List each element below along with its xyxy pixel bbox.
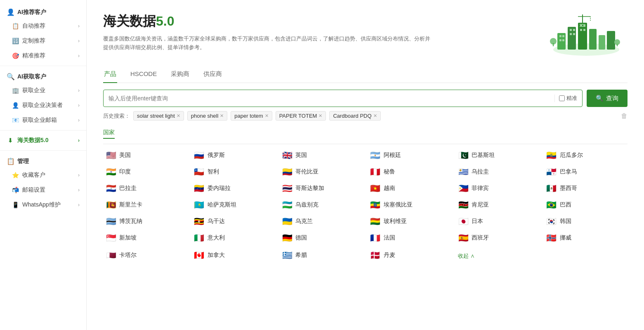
country-item-ke[interactable]: 🇰🇪肯尼亚 [455,199,540,210]
flag-it: 🇮🇹 [194,234,205,242]
country-name-ph: 菲律宾 [472,185,489,192]
flag-de: 🇩🇪 [282,234,293,242]
sidebar-item-email-settings[interactable]: 📬 邮箱设置 › [0,183,86,197]
country-item-us[interactable]: 🇺🇸美国 [103,150,187,161]
close-tag-2[interactable]: ✕ [220,113,224,119]
sidebar-item-customs-data[interactable]: ⬇ 海关数据5.0 › [0,133,86,148]
country-item-bw[interactable]: 🇧🇼博茨瓦纳 [103,216,187,227]
country-name-kr: 韩国 [560,218,571,225]
header-text: 海关数据 5.0 覆盖多国数亿级海关资讯，涵盖数千万家全球采购商，数千万家供应商… [103,12,433,52]
country-item-kz[interactable]: 🇰🇿哈萨克斯坦 [191,199,276,210]
sidebar-item-custom-recommend[interactable]: 🔢 定制推荐 › [0,33,86,48]
flag-ec: 🇪🇨 [546,152,557,159]
country-item-kr[interactable]: 🇰🇷韩国 [544,216,628,227]
history-tag-2[interactable]: phone shell ✕ [187,111,228,121]
chevron-right-icon: › [78,38,80,44]
collapse-button[interactable]: 收起 ∧ [455,251,540,261]
country-item-pa[interactable]: 🇵🇦巴拿马 [544,166,628,177]
country-item-py[interactable]: 🇵🇾巴拉圭 [103,183,187,194]
country-item-no[interactable]: 🇳🇴挪威 [544,233,628,243]
precise-checkbox[interactable] [559,95,565,101]
search-input[interactable] [109,95,554,102]
chevron-right-icon: › [78,172,80,178]
sidebar-item-save-customer[interactable]: ⭐ 收藏客户 › [0,168,86,183]
country-item-ua[interactable]: 🇺🇦乌克兰 [279,216,363,227]
country-item-ca[interactable]: 🇨🇦加拿大 [191,249,276,261]
flag-co: 🇨🇴 [282,168,293,176]
country-item-gr[interactable]: 🇬🇷希腊 [279,249,363,261]
search-tabs: 产品 HSCODE 采购商 供应商 [103,68,627,83]
country-item-co[interactable]: 🇨🇴哥伦比亚 [279,166,363,177]
svg-rect-25 [553,43,554,46]
whatsapp-icon: 📱 [12,201,19,209]
person-card-icon: 👤 [12,102,19,109]
country-item-cl[interactable]: 🇨🇱智利 [191,166,276,177]
sidebar-item-auto-recommend[interactable]: 📋 自动推荐 › [0,19,86,33]
country-item-sg[interactable]: 🇸🇬新加坡 [103,233,187,243]
country-item-br[interactable]: 🇧🇷巴西 [544,199,628,210]
country-item-fr[interactable]: 🇫🇷法国 [368,233,452,243]
country-item-th[interactable]: 🇹🇭哥斯达黎加 [279,183,363,194]
country-name-br: 巴西 [560,201,571,209]
country-item-bo[interactable]: 🇧🇴玻利维亚 [368,216,452,227]
history-tag-4[interactable]: PAPER TOTEM ✕ [276,111,326,121]
country-name-de: 德国 [295,234,307,242]
precise-checkbox-wrapper: 精准 [554,95,577,102]
history-tag-5[interactable]: Cardboard PDQ ✕ [329,111,380,121]
sidebar-item-whatsapp[interactable]: 📱 WhatsApp维护 › [0,197,86,212]
tab-supplier[interactable]: 供应商 [203,68,223,83]
history-tag-3[interactable]: paper totem ✕ [231,111,272,121]
country-item-ve[interactable]: 🇻🇪委内瑞拉 [191,183,276,194]
flag-vn: 🇻🇳 [370,185,381,192]
country-item-pe[interactable]: 🇵🇪秘鲁 [368,166,452,177]
country-item-mx[interactable]: 🇲🇽墨西哥 [544,183,628,194]
country-name-pk: 巴基斯坦 [472,152,495,159]
close-tag-3[interactable]: ✕ [265,113,269,119]
tab-buyer[interactable]: 采购商 [170,68,190,83]
sidebar-item-get-decision[interactable]: 👤 获取企业决策者 › [0,98,86,113]
country-item-lk[interactable]: 🇱🇰斯里兰卡 [103,199,187,210]
country-item-in[interactable]: 🇮🇳印度 [103,166,187,177]
country-item-dk[interactable]: 🇩🇰丹麦 [368,249,452,261]
country-name-sg: 新加坡 [119,234,137,242]
country-item-vn[interactable]: 🇻🇳越南 [368,183,452,194]
trash-icon[interactable]: 🗑 [621,112,627,120]
close-tag-5[interactable]: ✕ [373,113,377,119]
search-circle-icon: 🔍 [7,73,15,81]
search-input-wrapper[interactable]: 精准 [103,90,583,107]
chevron-right-icon: › [78,102,80,108]
countries-tab[interactable]: 国家 [103,129,115,139]
flag-es: 🇪🇸 [458,234,469,242]
search-button[interactable]: 🔍 查询 [587,90,627,107]
sidebar-item-precise-recommend[interactable]: 🎯 精准推荐 › [0,48,86,63]
country-item-it[interactable]: 🇮🇹意大利 [191,233,276,243]
sidebar-item-get-email[interactable]: 📧 获取企业邮箱 › [0,113,86,128]
tab-product[interactable]: 产品 [103,68,117,83]
country-item-ph[interactable]: 🇵🇭菲律宾 [455,183,540,194]
sidebar-item-get-enterprise[interactable]: 🏢 获取企业 › [0,83,86,98]
country-item-qa[interactable]: 🇶🇦卡塔尔 [103,249,187,261]
country-item-gb[interactable]: 🇬🇧英国 [279,150,363,161]
country-item-uy[interactable]: 🇺🇾乌拉圭 [455,166,540,177]
country-item-jp[interactable]: 🇯🇵日本 [455,216,540,227]
country-item-ru[interactable]: 🇷🇺俄罗斯 [191,150,276,161]
country-item-es[interactable]: 🇪🇸西班牙 [455,233,540,243]
country-name-py: 巴拉圭 [119,185,137,192]
close-tag-4[interactable]: ✕ [318,113,322,119]
country-name-ve: 委内瑞拉 [208,185,231,192]
country-item-pk[interactable]: 🇵🇰巴基斯坦 [455,150,540,161]
close-tag-1[interactable]: ✕ [177,113,180,119]
history-tag-1[interactable]: solar street light ✕ [133,111,184,121]
chevron-right-icon: › [78,53,80,59]
tab-hscode[interactable]: HSCODE [130,68,158,83]
country-item-uz[interactable]: 🇺🇿乌兹别克 [279,199,363,210]
svg-rect-14 [573,33,575,35]
country-item-ug[interactable]: 🇺🇬乌干达 [191,216,276,227]
country-item-ar[interactable]: 🇦🇷阿根廷 [368,150,452,161]
country-item-et[interactable]: 🇪🇹埃塞俄比亚 [368,199,452,210]
country-item-ec[interactable]: 🇪🇨厄瓜多尔 [544,150,628,161]
svg-rect-6 [607,31,615,50]
search-area: 精准 🔍 查询 [103,90,627,107]
country-item-de[interactable]: 🇩🇪德国 [279,233,363,243]
flag-pk: 🇵🇰 [458,152,469,159]
